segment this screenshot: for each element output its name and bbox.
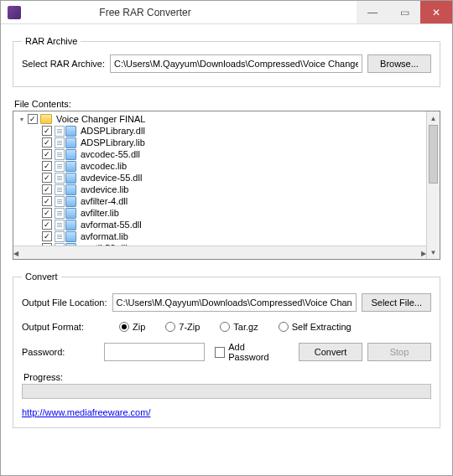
file-icon	[55, 208, 65, 219]
close-button[interactable]: ✕	[420, 1, 452, 23]
file-type-icon	[65, 231, 76, 242]
file-icon	[55, 173, 65, 184]
file-type-icon	[65, 208, 76, 219]
tree-file-row[interactable]: ✓ADSPLibrary.dll	[17, 125, 436, 137]
rar-archive-group: RAR Archive Select RAR Archive: Browse..…	[13, 36, 440, 87]
add-password-checkbox[interactable]: Add Password	[215, 342, 282, 362]
tree-file-row[interactable]: ✓avfilter-4.dll	[17, 195, 436, 207]
tree-file-label: avformat-55.dll	[81, 220, 142, 230]
tree-checkbox[interactable]: ✓	[42, 196, 52, 206]
tree-file-label: avcodec-55.dll	[81, 149, 140, 159]
file-icon	[55, 126, 65, 137]
titlebar: Free RAR Converter — ▭ ✕	[1, 1, 452, 24]
file-type-icon	[65, 220, 76, 230]
file-contents-label: File Contents:	[14, 99, 440, 109]
tree-file-row[interactable]: ✓ADSPLibrary.lib	[17, 137, 436, 148]
radio-icon	[279, 322, 289, 332]
tree-file-row[interactable]: ✓avcodec.lib	[17, 160, 436, 172]
rar-archive-legend: RAR Archive	[22, 36, 81, 46]
minimize-button[interactable]: —	[357, 1, 388, 23]
password-input[interactable]	[104, 343, 205, 361]
scroll-right-icon[interactable]: ▶	[421, 246, 426, 260]
checkbox-label: Add Password	[228, 342, 282, 362]
radio-label: 7-Zip	[179, 322, 200, 332]
stop-button[interactable]: Stop	[367, 343, 431, 361]
file-icon	[55, 184, 65, 195]
tree-checkbox[interactable]: ✓	[42, 161, 52, 171]
file-type-icon	[65, 196, 76, 207]
scroll-thumb[interactable]	[429, 125, 438, 184]
tree-file-label: avformat.lib	[81, 231, 128, 241]
tree-scrollbar-horizontal[interactable]: ◀ ▶	[13, 246, 426, 259]
convert-group: Convert Output File Location: Select Fil…	[13, 272, 440, 428]
radio-icon	[220, 322, 230, 332]
select-rar-label: Select RAR Archive:	[22, 59, 105, 69]
convert-legend: Convert	[22, 272, 61, 282]
format-radio-7zip[interactable]: 7-Zip	[165, 322, 200, 332]
window-body: RAR Archive Select RAR Archive: Browse..…	[1, 24, 452, 475]
tree-checkbox[interactable]: ✓	[42, 220, 52, 230]
file-type-icon	[65, 184, 76, 195]
rar-path-input[interactable]	[110, 54, 362, 73]
tree-checkbox[interactable]: ✓	[42, 173, 52, 183]
tree-file-label: avdevice.lib	[81, 184, 128, 194]
format-radio-targz[interactable]: Tar.gz	[220, 322, 258, 332]
radio-label: Tar.gz	[233, 322, 258, 332]
file-type-icon	[65, 173, 76, 184]
tree-file-row[interactable]: ✓avcodec-55.dll	[17, 148, 436, 160]
scroll-down-icon[interactable]: ▼	[427, 246, 440, 259]
file-type-icon	[65, 149, 76, 160]
tree-file-row[interactable]: ✓avfilter.lib	[17, 207, 436, 219]
tree-checkbox[interactable]: ✓	[42, 231, 52, 241]
tree-file-label: ADSPLibrary.lib	[81, 137, 145, 147]
tree-file-label: avfilter-4.dll	[81, 196, 128, 206]
file-tree[interactable]: ▾✓Voice Changer FINAL✓ADSPLibrary.dll✓AD…	[13, 111, 440, 260]
tree-checkbox[interactable]: ✓	[42, 149, 52, 159]
browse-button[interactable]: Browse...	[367, 54, 431, 73]
password-label: Password:	[22, 347, 99, 357]
tree-checkbox[interactable]: ✓	[42, 137, 52, 147]
maximize-button[interactable]: ▭	[388, 1, 420, 23]
tree-root[interactable]: ▾✓Voice Changer FINAL	[17, 113, 436, 125]
tree-file-row[interactable]: ✓avdevice-55.dll	[17, 172, 436, 184]
progress-bar	[22, 384, 431, 399]
radio-icon	[165, 322, 175, 332]
radio-icon	[119, 322, 129, 332]
tree-root-label: Voice Changer FINAL	[56, 114, 145, 124]
file-icon	[55, 137, 65, 148]
tree-checkbox[interactable]: ✓	[42, 126, 52, 136]
file-icon	[55, 220, 65, 230]
format-radio-self-extracting[interactable]: Self Extracting	[279, 322, 351, 332]
convert-button[interactable]: Convert	[299, 343, 362, 361]
file-icon	[55, 196, 65, 207]
tree-checkbox[interactable]: ✓	[42, 208, 52, 218]
format-radio-zip[interactable]: Zip	[119, 322, 145, 332]
tree-file-row[interactable]: ✓avformat.lib	[17, 230, 436, 242]
file-icon	[55, 231, 65, 242]
progress-label: Progress:	[23, 372, 431, 382]
output-path-input[interactable]	[112, 293, 357, 312]
scroll-up-icon[interactable]: ▲	[427, 111, 440, 125]
tree-checkbox[interactable]: ✓	[42, 184, 52, 194]
app-window: Free RAR Converter — ▭ ✕ RAR Archive Sel…	[0, 0, 453, 476]
tree-checkbox[interactable]: ✓	[28, 114, 38, 124]
file-type-icon	[65, 126, 76, 137]
tree-file-row[interactable]: ✓avformat-55.dll	[17, 219, 436, 230]
output-format-radios: Zip 7-Zip Tar.gz Self Extracting	[119, 322, 351, 332]
radio-label: Zip	[133, 322, 145, 332]
output-format-label: Output Format:	[22, 322, 107, 332]
collapse-icon[interactable]: ▾	[17, 114, 27, 124]
file-icon	[55, 149, 65, 160]
folder-icon	[40, 114, 52, 124]
tree-scrollbar-vertical[interactable]: ▲ ▼	[426, 111, 440, 259]
radio-label: Self Extracting	[292, 322, 351, 332]
window-title: Free RAR Converter	[26, 7, 357, 18]
app-icon	[8, 6, 21, 19]
website-link[interactable]: http://www.mediafreeware.com/	[22, 407, 150, 417]
tree-file-label: avcodec.lib	[81, 161, 127, 171]
tree-file-label: ADSPLibrary.dll	[81, 126, 145, 136]
select-file-button[interactable]: Select File...	[362, 293, 431, 312]
file-type-icon	[65, 161, 76, 172]
checkbox-icon	[215, 347, 225, 358]
tree-file-row[interactable]: ✓avdevice.lib	[17, 184, 436, 195]
